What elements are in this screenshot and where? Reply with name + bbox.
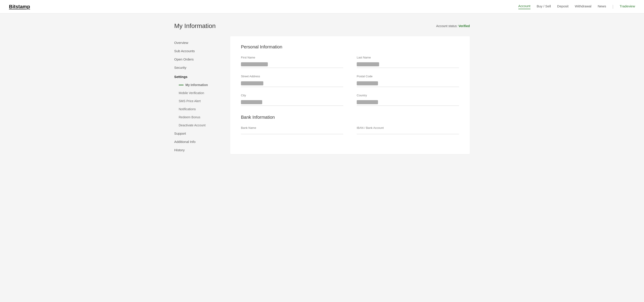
sidebar-item-redeem-bonus[interactable]: Redeem Bonus bbox=[179, 113, 228, 121]
redacted-first-name bbox=[241, 62, 268, 66]
sidebar-item-notifications[interactable]: Notifications bbox=[179, 105, 228, 113]
value-bank-name[interactable] bbox=[241, 131, 343, 134]
page-title: My Information bbox=[174, 23, 216, 30]
sidebar-item-sms-price-alert[interactable]: SMS Price Alert bbox=[179, 97, 228, 105]
field-first-name: First Name bbox=[241, 56, 343, 68]
label-first-name: First Name bbox=[241, 56, 343, 59]
nav-item-buy-sell[interactable]: Buy / Sell bbox=[537, 4, 551, 9]
sidebar: Overview Sub Accounts Open Orders Securi… bbox=[174, 36, 228, 154]
value-city[interactable] bbox=[241, 99, 343, 106]
field-country: Country bbox=[357, 94, 459, 106]
account-status-label: Account status: bbox=[436, 24, 458, 28]
label-city: City bbox=[241, 94, 343, 97]
redacted-postal-code bbox=[357, 81, 378, 85]
field-last-name: Last Name bbox=[357, 56, 459, 68]
sidebar-item-support[interactable]: Support bbox=[174, 129, 228, 138]
content-layout: Overview Sub Accounts Open Orders Securi… bbox=[174, 36, 470, 154]
sidebar-item-settings[interactable]: Settings bbox=[174, 73, 228, 81]
nav-item-withdrawal[interactable]: Withdrawal bbox=[575, 4, 592, 9]
redacted-last-name bbox=[357, 62, 379, 66]
sidebar-item-additional-info[interactable]: Additional Info bbox=[174, 138, 228, 146]
account-status: Account status: Verified bbox=[436, 24, 470, 28]
value-country[interactable] bbox=[357, 99, 459, 106]
field-iban: IBAN / Bank Account bbox=[357, 126, 459, 134]
sidebar-item-security[interactable]: Security bbox=[174, 63, 228, 72]
field-bank-name: Bank Name bbox=[241, 126, 343, 134]
label-bank-name: Bank Name bbox=[241, 126, 343, 130]
value-last-name[interactable] bbox=[357, 61, 459, 68]
field-street-address: Street Address bbox=[241, 75, 343, 87]
bank-info-form: Bank Name IBAN / Bank Account bbox=[241, 126, 459, 134]
label-country: Country bbox=[357, 94, 459, 97]
sidebar-sub-items: My Information Mobile Verification SMS P… bbox=[174, 81, 228, 129]
nav-divider: | bbox=[612, 4, 614, 9]
label-postal-code: Postal Code bbox=[357, 75, 459, 78]
main-content: Personal Information First Name Last Nam… bbox=[230, 36, 470, 154]
nav-item-deposit[interactable]: Deposit bbox=[557, 4, 568, 9]
sidebar-item-history[interactable]: History bbox=[174, 146, 228, 154]
sidebar-item-my-information[interactable]: My Information bbox=[186, 81, 208, 89]
page-container: My Information Account status: Verified … bbox=[165, 14, 479, 163]
main-nav: Account Buy / Sell Deposit Withdrawal Ne… bbox=[518, 4, 635, 9]
nav-item-account[interactable]: Account bbox=[518, 4, 530, 9]
account-status-value: Verified bbox=[458, 24, 470, 28]
personal-info-title: Personal Information bbox=[241, 44, 459, 50]
field-city: City bbox=[241, 94, 343, 106]
value-iban[interactable] bbox=[357, 131, 459, 134]
label-street-address: Street Address bbox=[241, 75, 343, 78]
page-header: My Information Account status: Verified bbox=[174, 23, 470, 30]
label-last-name: Last Name bbox=[357, 56, 459, 59]
sidebar-item-deactivate-account[interactable]: Deactivate Account bbox=[179, 121, 228, 129]
bank-info-title: Bank Information bbox=[241, 115, 459, 120]
value-street-address[interactable] bbox=[241, 80, 343, 87]
sidebar-item-mobile-verification[interactable]: Mobile Verification bbox=[179, 89, 228, 97]
nav-item-tradeview[interactable]: Tradeview bbox=[620, 4, 635, 9]
header: Bitstamp Account Buy / Sell Deposit With… bbox=[0, 0, 644, 14]
redacted-city bbox=[241, 100, 262, 104]
sidebar-item-sub-accounts[interactable]: Sub Accounts bbox=[174, 47, 228, 55]
logo[interactable]: Bitstamp bbox=[9, 4, 30, 10]
sidebar-item-open-orders[interactable]: Open Orders bbox=[174, 55, 228, 63]
personal-info-form: First Name Last Name Street Address bbox=[241, 56, 459, 106]
active-bar-icon bbox=[179, 85, 184, 85]
sidebar-active-row: My Information bbox=[179, 81, 228, 89]
label-iban: IBAN / Bank Account bbox=[357, 126, 459, 130]
redacted-street-address bbox=[241, 81, 263, 85]
field-postal-code: Postal Code bbox=[357, 75, 459, 87]
redacted-country bbox=[357, 100, 378, 104]
value-first-name[interactable] bbox=[241, 61, 343, 68]
value-postal-code[interactable] bbox=[357, 80, 459, 87]
sidebar-item-overview[interactable]: Overview bbox=[174, 39, 228, 47]
nav-item-news[interactable]: News bbox=[598, 4, 606, 9]
